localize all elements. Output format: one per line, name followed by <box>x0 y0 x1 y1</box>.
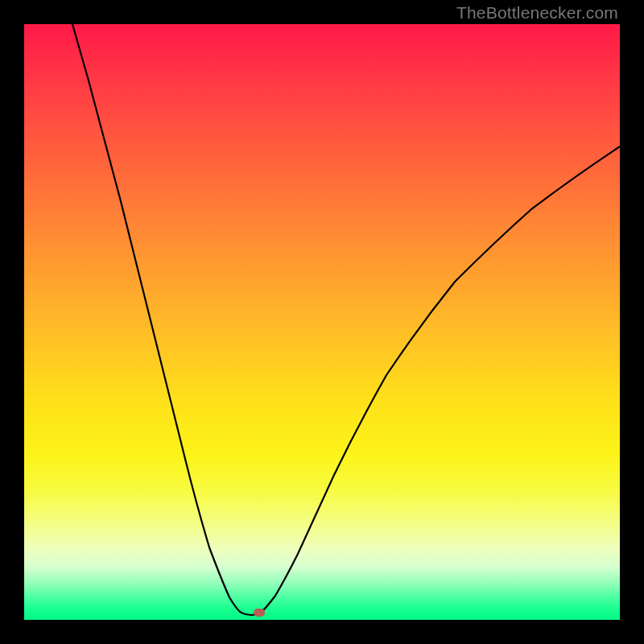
watermark-text: TheBottlenecker.com <box>456 3 618 23</box>
frame-border-bottom <box>0 620 644 644</box>
chart-frame: TheBottlenecker.com <box>0 0 644 644</box>
bottleneck-curve <box>24 24 620 620</box>
curve-path <box>72 24 620 615</box>
minimum-marker <box>254 609 265 617</box>
frame-border-right <box>620 0 644 644</box>
frame-border-left <box>0 0 24 644</box>
